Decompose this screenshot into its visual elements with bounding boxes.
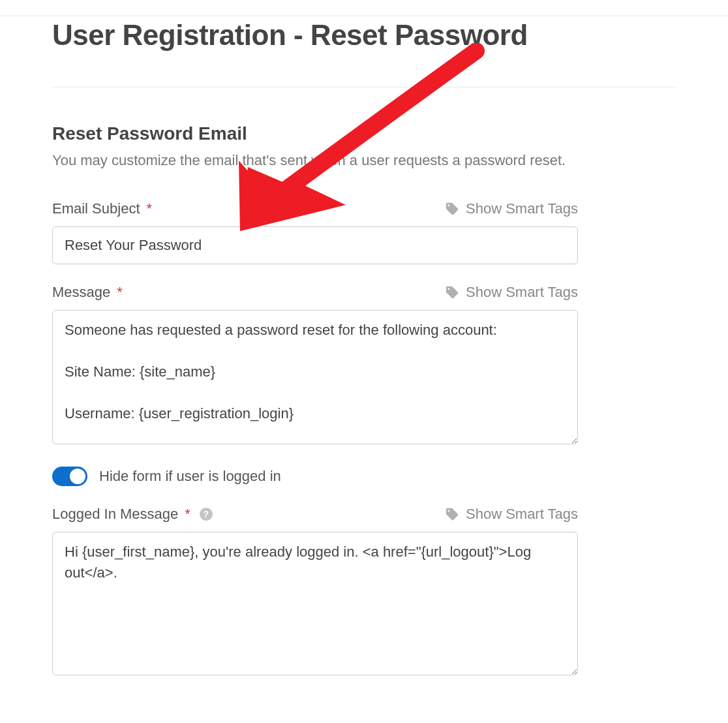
email-subject-label-text: Email Subject: [52, 200, 140, 217]
required-asterisk: *: [117, 284, 123, 301]
logged-in-message-textarea[interactable]: [52, 532, 578, 675]
tag-icon: [445, 202, 459, 216]
email-subject-label: Email Subject *: [52, 200, 152, 217]
toggle-knob: [70, 469, 85, 484]
message-textarea[interactable]: [52, 310, 578, 444]
email-subject-input[interactable]: [52, 226, 578, 264]
email-subject-field: Email Subject * Show Smart Tags: [52, 200, 676, 264]
logged-in-message-label-text: Logged In Message: [52, 506, 178, 523]
content-container: User Registration - Reset Password Reset…: [0, 0, 728, 678]
tag-icon: [445, 285, 459, 300]
section-divider: [52, 87, 676, 87]
required-asterisk: *: [185, 506, 190, 523]
show-smart-tags-link[interactable]: Show Smart Tags: [445, 200, 578, 217]
page-title: User Registration - Reset Password: [52, 20, 676, 51]
smart-tags-text: Show Smart Tags: [466, 200, 578, 217]
message-label: Message *: [52, 284, 123, 301]
tag-icon: [445, 507, 459, 521]
message-field: Message * Show Smart Tags: [52, 284, 676, 447]
help-icon[interactable]: ?: [200, 508, 213, 521]
logged-in-message-field: Logged In Message * ? Show Smart Tags: [52, 506, 676, 678]
logged-in-message-label: Logged In Message * ?: [52, 506, 213, 523]
section-description: You may customize the email that's sent …: [52, 151, 676, 171]
smart-tags-text: Show Smart Tags: [466, 506, 578, 523]
hide-form-toggle[interactable]: [52, 467, 87, 486]
message-label-text: Message: [52, 284, 110, 301]
section-heading: Reset Password Email: [52, 123, 676, 144]
smart-tags-text: Show Smart Tags: [466, 284, 578, 301]
show-smart-tags-link[interactable]: Show Smart Tags: [445, 506, 578, 523]
hide-form-toggle-label: Hide form if user is logged in: [99, 468, 281, 485]
required-asterisk: *: [147, 200, 153, 217]
hide-form-toggle-row: Hide form if user is logged in: [52, 467, 676, 486]
show-smart-tags-link[interactable]: Show Smart Tags: [445, 284, 578, 301]
